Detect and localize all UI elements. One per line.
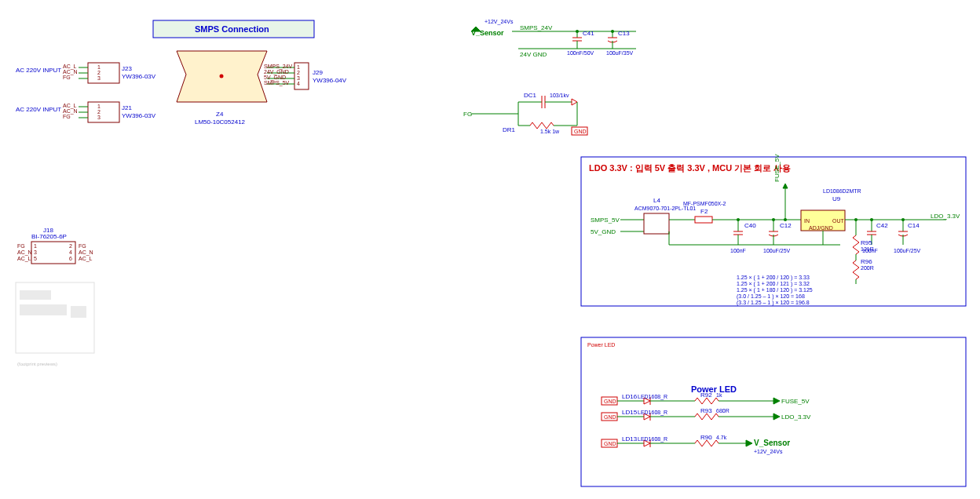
ldo-title: LDO 3.3V : 입력 5V 출력 3.3V , MCU 기본 회로 사용 bbox=[589, 163, 791, 173]
svg-text:200R: 200R bbox=[861, 265, 874, 271]
svg-text:5: 5 bbox=[34, 256, 37, 261]
svg-text:680R: 680R bbox=[716, 408, 730, 413]
svg-point-140 bbox=[870, 218, 873, 221]
connector-j29: SMPS_24V 24V_GND 5V_GND SMPS_5V 1 2 3 4 … bbox=[264, 63, 347, 89]
svg-text:BI-76205-6P: BI-76205-6P bbox=[31, 233, 67, 240]
svg-text:LED1608_R: LED1608_R bbox=[638, 410, 667, 416]
svg-text:SMPS_5V: SMPS_5V bbox=[591, 217, 620, 224]
svg-text:1: 1 bbox=[297, 64, 300, 70]
svg-text:3: 3 bbox=[97, 75, 101, 81]
svg-text:+12V_24Vs: +12V_24Vs bbox=[485, 19, 514, 25]
svg-rect-105 bbox=[695, 217, 712, 223]
svg-text:C13: C13 bbox=[618, 30, 630, 37]
ldo-circuit: SMPS_5V 5V_GND ACM9070-701-2PL-TL01 L4 F… bbox=[591, 154, 960, 306]
svg-text:(footprint previews): (footprint previews) bbox=[17, 362, 57, 366]
svg-text:1.25 × ( 1 + 200 / 120 ) = 3.3: 1.25 × ( 1 + 200 / 120 ) = 3.33 bbox=[737, 275, 810, 281]
svg-text:4: 4 bbox=[297, 81, 300, 86]
power-led-row-0: GND LD16 LED1608_R R92 1k FUSE_5V bbox=[602, 392, 810, 405]
svg-rect-12 bbox=[88, 102, 119, 122]
svg-text:100nF: 100nF bbox=[730, 248, 746, 253]
svg-text:YW396-04V: YW396-04V bbox=[313, 77, 347, 84]
power-led-box-title: Power LED bbox=[587, 342, 615, 348]
svg-text:ADJ/GND: ADJ/GND bbox=[809, 225, 833, 231]
svg-text:LD15: LD15 bbox=[622, 409, 638, 416]
svg-point-78 bbox=[611, 30, 614, 33]
svg-text:LM50-10C052412: LM50-10C052412 bbox=[195, 118, 246, 126]
svg-text:LED1608_R: LED1608_R bbox=[638, 436, 667, 443]
smps-title: SMPS Connection bbox=[195, 24, 269, 34]
svg-text:MF-PSMF050X-2: MF-PSMF050X-2 bbox=[683, 201, 726, 206]
svg-text:OUT: OUT bbox=[832, 218, 845, 224]
svg-text:(3.0 / 1.25 – 1 ) × 120 = 168: (3.0 / 1.25 – 1 ) × 120 = 168 bbox=[737, 293, 805, 300]
svg-text:(3.3 / 1.25 – 1 ) × 120 = 196.: (3.3 / 1.25 – 1 ) × 120 = 196.8 bbox=[737, 300, 810, 306]
svg-text:GND: GND bbox=[604, 414, 616, 420]
svg-text:C12: C12 bbox=[780, 222, 792, 229]
svg-text:FG: FG bbox=[63, 75, 71, 80]
svg-text:GND: GND bbox=[574, 129, 587, 134]
svg-point-116 bbox=[737, 218, 740, 221]
svg-text:LED1608_R: LED1608_R bbox=[638, 394, 667, 400]
connector-j18: J18 BI-76205-6P FG AC_N AC_L FG AC_N AC_… bbox=[17, 227, 93, 264]
svg-text:FG: FG bbox=[17, 243, 25, 249]
svg-text:L4: L4 bbox=[653, 197, 660, 204]
svg-text:2: 2 bbox=[97, 109, 101, 115]
svg-text:AC_N: AC_N bbox=[79, 250, 93, 256]
svg-point-111 bbox=[784, 218, 787, 221]
svg-text:LD16: LD16 bbox=[622, 393, 638, 400]
svg-text:V_Sensor: V_Sensor bbox=[471, 29, 504, 37]
power-led-row-2: GND LD13 LED1608_R R90 4.7k V_Sensor +12… bbox=[602, 434, 790, 455]
svg-text:DC1: DC1 bbox=[524, 92, 537, 99]
svg-text:1.5k 1w: 1.5k 1w bbox=[540, 129, 560, 134]
svg-text:C14: C14 bbox=[908, 222, 920, 229]
svg-rect-101 bbox=[644, 213, 669, 234]
svg-text:1: 1 bbox=[97, 104, 101, 109]
vsensor-block: +12V_24Vs V_Sensor SMPS_24V C41 100nF/50… bbox=[471, 19, 636, 58]
footprint-previews: (footprint previews) bbox=[16, 282, 94, 366]
svg-text:100uF/35V: 100uF/35V bbox=[606, 50, 634, 56]
svg-text:6: 6 bbox=[69, 256, 72, 261]
svg-text:3: 3 bbox=[97, 115, 101, 120]
svg-text:103/1kv: 103/1kv bbox=[550, 93, 569, 98]
svg-text:1k: 1k bbox=[716, 392, 722, 398]
svg-text:Z4: Z4 bbox=[216, 111, 224, 118]
svg-point-146 bbox=[901, 218, 905, 221]
svg-text:AC_L: AC_L bbox=[79, 256, 93, 262]
svg-text:3: 3 bbox=[297, 75, 300, 81]
svg-point-150 bbox=[854, 218, 858, 221]
svg-text:YW396-03V: YW396-03V bbox=[122, 73, 156, 80]
svg-text:R92: R92 bbox=[700, 392, 712, 399]
svg-text:IN: IN bbox=[804, 218, 810, 224]
svg-text:3: 3 bbox=[34, 250, 37, 255]
svg-text:+12V_24Vs: +12V_24Vs bbox=[754, 449, 783, 455]
svg-text:FUSE_5V: FUSE_5V bbox=[781, 398, 810, 405]
svg-text:1.25 × ( 1 + 180 / 120 ) = 3.1: 1.25 × ( 1 + 180 / 120 ) = 3.125 bbox=[737, 287, 813, 293]
connector-j23: AC 220V INPUT AC_L AC_N FG 1 2 3 J23 YW3… bbox=[16, 63, 156, 83]
svg-text:SMPS_5V: SMPS_5V bbox=[264, 80, 290, 86]
svg-text:2: 2 bbox=[97, 70, 101, 75]
svg-text:2: 2 bbox=[297, 70, 300, 75]
svg-text:DR1: DR1 bbox=[503, 126, 516, 133]
svg-text:J29: J29 bbox=[313, 69, 323, 76]
svg-text:R96: R96 bbox=[861, 258, 872, 265]
svg-text:FG: FG bbox=[63, 114, 71, 119]
svg-text:GND: GND bbox=[604, 399, 616, 404]
svg-text:FG: FG bbox=[463, 111, 472, 118]
svg-text:AC_N: AC_N bbox=[17, 250, 32, 256]
svg-text:FG: FG bbox=[79, 243, 86, 249]
svg-text:1: 1 bbox=[34, 243, 37, 249]
svg-point-24 bbox=[220, 75, 224, 78]
svg-text:AC_L: AC_L bbox=[17, 256, 31, 262]
svg-text:C40: C40 bbox=[744, 222, 756, 229]
svg-rect-0 bbox=[88, 63, 119, 83]
svg-text:J23: J23 bbox=[122, 65, 132, 72]
svg-text:C41: C41 bbox=[583, 30, 594, 37]
smps-z4: Z4 LM50-10C052412 bbox=[177, 51, 267, 126]
svg-text:U9: U9 bbox=[832, 195, 841, 202]
svg-point-72 bbox=[576, 30, 579, 33]
svg-text:R95: R95 bbox=[861, 239, 872, 246]
svg-text:F2: F2 bbox=[700, 208, 708, 215]
svg-text:V_Sensor: V_Sensor bbox=[754, 439, 790, 447]
svg-text:1.25 × ( 1 + 200 / 121 ) = 3.3: 1.25 × ( 1 + 200 / 121 ) = 3.32 bbox=[737, 281, 810, 287]
svg-text:LD13: LD13 bbox=[622, 435, 638, 443]
svg-text:LD1086D2MTR: LD1086D2MTR bbox=[823, 188, 861, 194]
